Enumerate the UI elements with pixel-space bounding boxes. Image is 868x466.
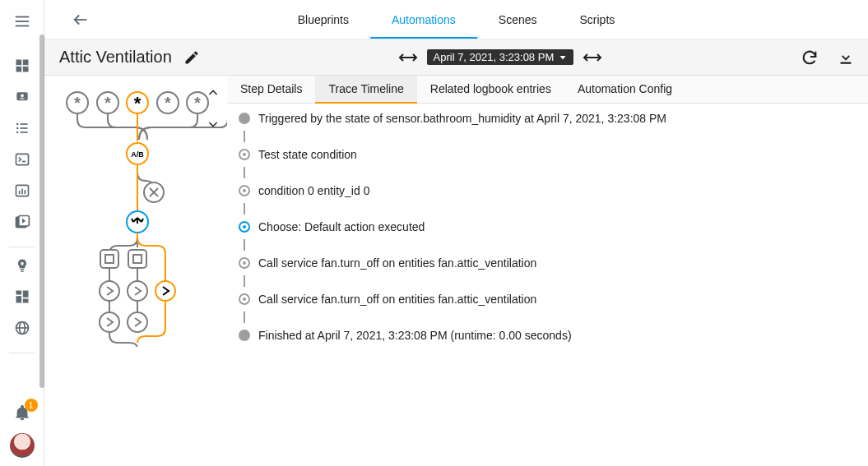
dashboard2-icon[interactable]: [12, 287, 32, 307]
svg-text:A/B: A/B: [131, 150, 144, 159]
svg-point-69: [128, 312, 147, 332]
svg-rect-3: [16, 60, 21, 66]
svg-rect-59: [105, 255, 114, 263]
top-bar: Blueprints Automations Scenes Scripts: [44, 0, 868, 39]
node-action: [239, 257, 250, 269]
hamburger-menu-icon[interactable]: [12, 12, 32, 31]
svg-rect-28: [22, 291, 28, 298]
trace-picker[interactable]: April 7, 2021, 3:23:08 PM: [427, 49, 574, 65]
node-condition: [239, 185, 250, 196]
notifications-icon[interactable]: 1: [13, 404, 31, 425]
prev-trace-button[interactable]: [397, 52, 419, 63]
dashboard-icon[interactable]: [12, 56, 32, 76]
tab-logbook[interactable]: Related logbook entries: [417, 76, 564, 103]
step-text: Test state condition: [258, 148, 357, 161]
next-trace-button[interactable]: [582, 52, 603, 63]
notification-badge: 1: [25, 399, 38, 412]
svg-rect-5: [16, 67, 21, 72]
refresh-icon[interactable]: [801, 48, 819, 67]
svg-point-70: [155, 281, 175, 301]
tab-automations[interactable]: Automations: [370, 0, 477, 39]
details-pane: Step Details Trace Timeline Related logb…: [227, 76, 868, 466]
svg-rect-14: [20, 131, 27, 133]
node-condition: [239, 149, 250, 160]
graph-up-icon[interactable]: [204, 84, 222, 102]
back-button[interactable]: [64, 3, 97, 36]
svg-rect-19: [21, 189, 23, 195]
trace-time: April 7, 2021, 3:23:08 PM: [434, 51, 555, 63]
svg-rect-27: [16, 291, 21, 295]
user-avatar[interactable]: [10, 433, 35, 458]
trace-graph-svg: * * * * * A/B: [44, 76, 227, 347]
trace-header: Attic Ventilation April 7, 2021, 3:23:08…: [44, 39, 868, 76]
svg-point-8: [21, 94, 24, 97]
tab-automation-config[interactable]: Automation Config: [564, 76, 685, 103]
globe-icon[interactable]: [12, 318, 32, 338]
svg-point-63: [100, 312, 119, 332]
step-text: Call service fan.turn_off on entities fa…: [258, 293, 536, 306]
edit-icon[interactable]: [183, 49, 200, 66]
main-content: Blueprints Automations Scenes Scripts At…: [44, 0, 868, 466]
trace-graph[interactable]: * * * * * A/B: [44, 76, 227, 466]
svg-text:*: *: [104, 94, 111, 112]
svg-point-13: [16, 131, 18, 134]
svg-point-9: [16, 123, 18, 126]
svg-rect-15: [16, 154, 28, 164]
tab-step-details[interactable]: Step Details: [227, 76, 315, 103]
app-sidebar: 1: [0, 0, 44, 466]
svg-text:*: *: [134, 93, 142, 113]
chart-icon[interactable]: [12, 181, 32, 201]
tab-blueprints[interactable]: Blueprints: [276, 0, 370, 39]
svg-rect-65: [133, 255, 142, 263]
svg-point-11: [16, 127, 18, 130]
svg-rect-29: [16, 296, 21, 302]
detail-tabs: Step Details Trace Timeline Related logb…: [227, 76, 868, 104]
svg-rect-25: [21, 271, 23, 272]
step-text: Finished at April 7, 2021, 3:23:08 PM (r…: [258, 329, 572, 342]
sidebar-divider: [9, 247, 35, 247]
tab-trace-timeline[interactable]: Trace Timeline: [315, 76, 416, 104]
node-choose: [239, 221, 250, 233]
step-text: Choose: Default action executed: [258, 220, 425, 233]
step-text: Call service fan.turn_off on entities fa…: [258, 256, 536, 270]
top-tabs: Blueprints Automations Scenes Scripts: [276, 0, 637, 39]
svg-rect-18: [18, 191, 20, 194]
node-action: [239, 293, 250, 305]
list-icon[interactable]: [12, 118, 32, 138]
svg-point-67: [128, 281, 147, 301]
svg-rect-12: [20, 127, 27, 129]
download-icon[interactable]: [837, 48, 855, 67]
svg-rect-30: [22, 299, 28, 303]
graph-down-icon[interactable]: [204, 115, 222, 133]
lightbulb-icon[interactable]: [12, 256, 32, 275]
svg-rect-24: [20, 269, 24, 270]
svg-rect-10: [20, 123, 27, 125]
svg-text:*: *: [74, 94, 81, 112]
svg-rect-38: [841, 62, 852, 63]
node-start: [239, 113, 250, 124]
step-text: Triggered by the state of sensor.bathroo…: [258, 112, 666, 125]
svg-rect-20: [24, 190, 26, 194]
terminal-icon[interactable]: [12, 150, 32, 169]
node-end: [239, 330, 250, 341]
sidebar-divider-2: [9, 353, 35, 353]
svg-text:*: *: [165, 94, 171, 112]
svg-marker-36: [560, 56, 566, 60]
page-title: Attic Ventilation: [59, 48, 172, 67]
tab-scenes[interactable]: Scenes: [477, 0, 559, 39]
media-icon[interactable]: [12, 212, 32, 232]
svg-point-61: [100, 281, 119, 301]
svg-text:*: *: [194, 94, 201, 112]
svg-rect-4: [22, 60, 28, 66]
user-icon[interactable]: [12, 87, 32, 107]
trace-timeline: Triggered by the state of sensor.bathroo…: [227, 104, 868, 345]
tab-scripts[interactable]: Scripts: [559, 0, 637, 39]
svg-rect-6: [22, 67, 28, 72]
step-text: condition 0 entity_id 0: [258, 184, 369, 197]
